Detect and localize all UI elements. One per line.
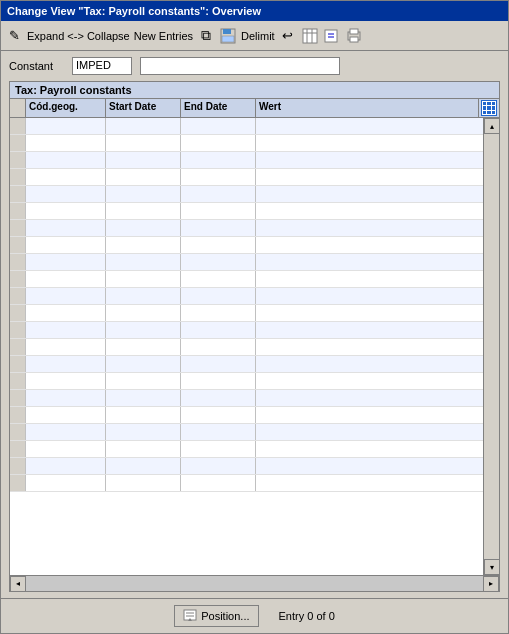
end-date-cell[interactable]	[181, 118, 256, 134]
cod-geog-cell[interactable]	[26, 441, 106, 457]
wert-cell[interactable]	[256, 356, 483, 372]
cod-geog-cell[interactable]	[26, 424, 106, 440]
end-date-cell[interactable]	[181, 475, 256, 491]
table-row[interactable]	[10, 135, 483, 152]
table-row[interactable]	[10, 271, 483, 288]
start-date-cell[interactable]	[106, 152, 181, 168]
cod-geog-cell[interactable]	[26, 271, 106, 287]
start-date-cell[interactable]	[106, 271, 181, 287]
new-entries-button[interactable]: New Entries	[134, 30, 193, 42]
start-date-cell[interactable]	[106, 288, 181, 304]
end-date-cell[interactable]	[181, 169, 256, 185]
cod-geog-cell[interactable]	[26, 220, 106, 236]
table-row[interactable]	[10, 152, 483, 169]
save-icon[interactable]	[219, 27, 237, 45]
table-row[interactable]	[10, 305, 483, 322]
end-date-cell[interactable]	[181, 254, 256, 270]
start-date-cell[interactable]	[106, 203, 181, 219]
end-date-cell[interactable]	[181, 441, 256, 457]
start-date-cell[interactable]	[106, 322, 181, 338]
table-row[interactable]	[10, 441, 483, 458]
wert-cell[interactable]	[256, 237, 483, 253]
constant-value[interactable]: IMPED	[72, 57, 132, 75]
wert-cell[interactable]	[256, 186, 483, 202]
start-date-cell[interactable]	[106, 458, 181, 474]
cod-geog-cell[interactable]	[26, 186, 106, 202]
cod-geog-cell[interactable]	[26, 288, 106, 304]
copy-icon[interactable]: ⧉	[197, 27, 215, 45]
cod-geog-cell[interactable]	[26, 305, 106, 321]
print-icon[interactable]	[345, 27, 363, 45]
scroll-right-button[interactable]: ▸	[483, 576, 499, 592]
pencil-icon[interactable]: ✎	[5, 27, 23, 45]
table-row[interactable]	[10, 220, 483, 237]
cod-geog-cell[interactable]	[26, 203, 106, 219]
cod-geog-cell[interactable]	[26, 356, 106, 372]
wert-cell[interactable]	[256, 305, 483, 321]
wert-cell[interactable]	[256, 407, 483, 423]
end-date-cell[interactable]	[181, 390, 256, 406]
start-date-cell[interactable]	[106, 186, 181, 202]
wert-cell[interactable]	[256, 254, 483, 270]
start-date-cell[interactable]	[106, 441, 181, 457]
constant-extra-value[interactable]	[140, 57, 340, 75]
start-date-cell[interactable]	[106, 390, 181, 406]
table-row[interactable]	[10, 390, 483, 407]
start-date-cell[interactable]	[106, 424, 181, 440]
table-row[interactable]	[10, 288, 483, 305]
scroll-down-button[interactable]: ▾	[484, 559, 500, 575]
cod-geog-cell[interactable]	[26, 118, 106, 134]
delimit-button[interactable]: Delimit	[241, 30, 275, 42]
end-date-cell[interactable]	[181, 220, 256, 236]
wert-cell[interactable]	[256, 271, 483, 287]
table-row[interactable]	[10, 339, 483, 356]
end-date-cell[interactable]	[181, 458, 256, 474]
end-date-cell[interactable]	[181, 356, 256, 372]
wert-cell[interactable]	[256, 135, 483, 151]
start-date-cell[interactable]	[106, 475, 181, 491]
end-date-cell[interactable]	[181, 373, 256, 389]
vertical-scrollbar[interactable]: ▴ ▾	[483, 118, 499, 575]
cod-geog-cell[interactable]	[26, 152, 106, 168]
scroll-left-button[interactable]: ◂	[10, 576, 26, 592]
cod-geog-cell[interactable]	[26, 475, 106, 491]
start-date-cell[interactable]	[106, 135, 181, 151]
end-date-cell[interactable]	[181, 424, 256, 440]
end-date-cell[interactable]	[181, 237, 256, 253]
cod-geog-cell[interactable]	[26, 373, 106, 389]
wert-cell[interactable]	[256, 441, 483, 457]
end-date-cell[interactable]	[181, 271, 256, 287]
table-row[interactable]	[10, 118, 483, 135]
cod-geog-cell[interactable]	[26, 390, 106, 406]
column-settings-icon[interactable]	[479, 99, 499, 117]
end-date-cell[interactable]	[181, 407, 256, 423]
end-date-cell[interactable]	[181, 186, 256, 202]
expand-collapse-button[interactable]: Expand <-> Collapse	[27, 30, 130, 42]
start-date-cell[interactable]	[106, 339, 181, 355]
start-date-cell[interactable]	[106, 373, 181, 389]
table-row[interactable]	[10, 254, 483, 271]
wert-cell[interactable]	[256, 169, 483, 185]
end-date-cell[interactable]	[181, 288, 256, 304]
start-date-cell[interactable]	[106, 220, 181, 236]
start-date-cell[interactable]	[106, 356, 181, 372]
wert-cell[interactable]	[256, 152, 483, 168]
wert-cell[interactable]	[256, 339, 483, 355]
undo-icon[interactable]: ↩	[279, 27, 297, 45]
table-row[interactable]	[10, 169, 483, 186]
table-row[interactable]	[10, 373, 483, 390]
scroll-up-button[interactable]: ▴	[484, 118, 500, 134]
wert-cell[interactable]	[256, 203, 483, 219]
cod-geog-cell[interactable]	[26, 339, 106, 355]
end-date-cell[interactable]	[181, 322, 256, 338]
start-date-cell[interactable]	[106, 305, 181, 321]
position-button[interactable]: Position...	[174, 605, 258, 627]
table-row[interactable]	[10, 475, 483, 492]
cod-geog-cell[interactable]	[26, 322, 106, 338]
end-date-cell[interactable]	[181, 203, 256, 219]
wert-cell[interactable]	[256, 475, 483, 491]
wert-cell[interactable]	[256, 373, 483, 389]
table-row[interactable]	[10, 322, 483, 339]
wert-cell[interactable]	[256, 458, 483, 474]
end-date-cell[interactable]	[181, 339, 256, 355]
